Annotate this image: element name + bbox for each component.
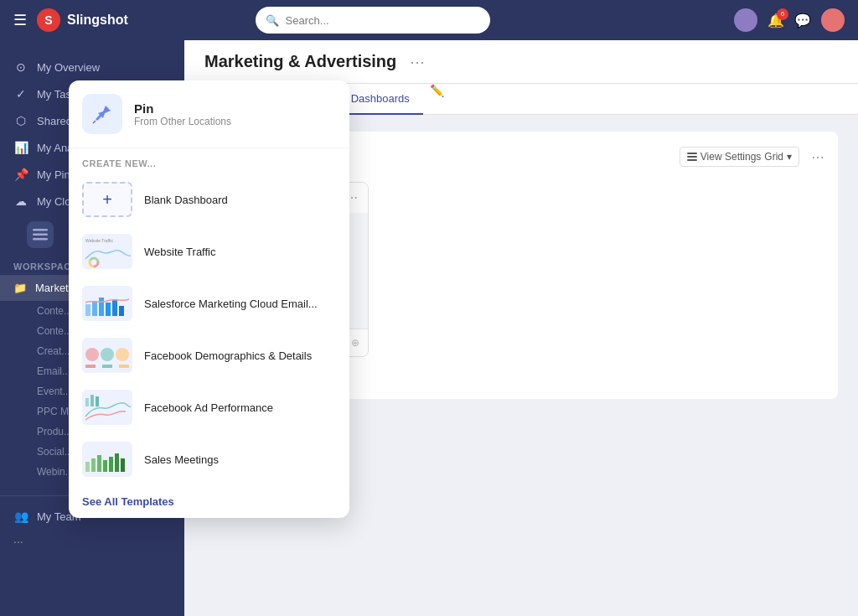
blank-thumb: + [82,182,132,217]
dropdown-pin-section[interactable]: Pin From Other Locations [69,80,349,148]
svg-rect-45 [121,458,125,472]
dropdown-item-label-website-traffic: Website Traffic [144,246,216,258]
svg-rect-7 [687,159,697,161]
svg-rect-36 [90,395,94,406]
stack-icon[interactable] [27,221,54,248]
logo: S Slingshot [37,8,128,32]
svg-rect-23 [99,298,104,316]
svg-rect-2 [33,238,48,241]
pin-subtitle: From Other Locations [134,116,231,127]
svg-rect-40 [91,458,96,472]
chevron-down-icon: ▾ [787,151,792,163]
svg-point-30 [116,348,129,361]
create-new-label: CREATE NEW... [69,148,349,173]
analytics-icon: 📊 [13,141,28,154]
dropdown-item-facebook-ad[interactable]: Facebook Ad Performance [69,381,349,433]
dropdown-item-label-blank: Blank Dashboard [144,194,228,206]
user-avatar-2[interactable] [821,8,845,32]
svg-rect-37 [96,396,99,406]
svg-rect-0 [33,229,48,231]
search-icon: 🔍 [266,14,279,27]
dropdown-item-website-traffic[interactable]: Website Traffic Website Traffic [69,225,349,277]
team-icon: 👥 [13,510,28,523]
pins-icon: 📌 [13,168,28,181]
svg-point-29 [101,348,114,361]
tab-dashboards[interactable]: Dashboards [338,84,423,115]
pin-icon-box [82,94,122,134]
salesforce-thumb [82,286,132,321]
tasks-icon: ✓ [13,87,28,101]
pin-title: Pin [134,101,231,116]
svg-point-28 [85,348,99,361]
dropdown-item-facebook-demo[interactable]: Facebook Demographics & Details [69,329,349,381]
dropdown-menu: Pin From Other Locations CREATE NEW... +… [69,80,349,518]
svg-rect-43 [109,457,113,472]
search-box[interactable]: 🔍 [256,7,490,34]
svg-rect-5 [687,153,697,154]
svg-rect-32 [102,365,112,368]
svg-rect-33 [119,365,129,368]
svg-rect-6 [687,156,697,158]
view-settings-label: View Settings [700,151,762,163]
dropdown-item-sales-meetings[interactable]: Sales Meetings [69,433,349,485]
svg-rect-35 [85,398,89,406]
notif-badge: 6 [777,8,788,20]
svg-rect-39 [85,462,90,472]
svg-rect-44 [115,453,119,472]
shared-icon: ⬡ [13,114,28,127]
cloud-icon: ☁ [13,194,28,208]
sidebar-label-overview: My Overview [37,61,100,74]
pin-info: Pin From Other Locations [134,101,231,127]
dropdown-item-label-sales-meetings: Sales Meetings [144,453,219,466]
svg-rect-31 [85,365,96,368]
user-avatar-1[interactable] [734,8,757,32]
see-all-templates-link[interactable]: See All Templates [69,485,349,518]
logo-icon: S [37,8,60,32]
dropdown-item-salesforce[interactable]: Salesforce Marketing Cloud Email... [69,277,349,329]
section-menu-icon[interactable]: ⋯ [811,149,824,165]
svg-rect-1 [33,234,48,236]
svg-rect-42 [103,460,107,472]
dropdown-item-label-facebook-ad: Facebook Ad Performance [144,401,273,414]
dropdown-item-label-facebook-demo: Facebook Demographics & Details [144,349,312,362]
svg-rect-21 [85,304,90,316]
menu-icon[interactable]: ☰ [13,11,27,29]
svg-line-14 [93,121,96,123]
overview-icon: ⊙ [13,60,28,74]
svg-rect-25 [112,299,117,316]
page-header: Marketing & Advertising ⋯ [184,40,858,84]
sidebar-item-overview[interactable]: ⊙ My Overview [0,54,184,80]
topbar-right: 🔔 6 💬 [734,8,845,32]
edit-icon[interactable]: ✏️ [430,84,444,114]
chat-icon[interactable]: 💬 [794,13,811,28]
logo-text: Slingshot [67,13,128,28]
grid-label: Grid [764,151,783,163]
page-title: Marketing & Advertising [204,52,396,71]
sales-meetings-thumb [82,442,132,477]
sidebar-label-shared: Shared [37,115,72,127]
page-menu-icon[interactable]: ⋯ [410,53,425,71]
facebook-ad-thumb [82,390,132,425]
view-settings-button[interactable]: View Settings Grid ▾ [680,147,799,167]
search-input[interactable] [286,14,480,27]
svg-rect-24 [106,303,111,316]
svg-rect-26 [119,306,124,316]
share-icon[interactable]: ⊕ [351,337,359,349]
dropdown-item-blank[interactable]: + Blank Dashboard [69,173,349,225]
svg-text:Website Traffic: Website Traffic [85,238,113,243]
website-traffic-thumb: Website Traffic [82,234,132,269]
dropdown-item-label-salesforce: Salesforce Marketing Cloud Email... [144,298,318,310]
svg-rect-41 [97,455,101,472]
svg-rect-22 [92,301,97,316]
facebook-demo-thumb [82,338,132,373]
notifications-button[interactable]: 🔔 6 [768,13,784,28]
topbar: ☰ S Slingshot 🔍 🔔 6 💬 [0,0,858,40]
svg-rect-34 [82,390,132,425]
